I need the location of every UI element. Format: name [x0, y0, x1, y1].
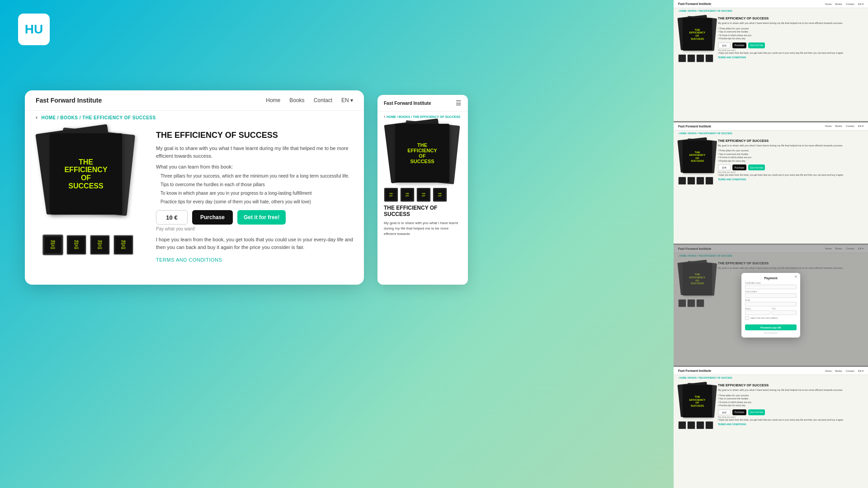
mini-thumb-item-4a[interactable]	[678, 421, 686, 429]
mini-thumb-item-4b[interactable]	[687, 421, 695, 429]
mini-terms-4[interactable]: TERMS AND CONDITIONS	[718, 423, 863, 426]
mini-thumb-item-2d[interactable]	[705, 177, 713, 185]
book-stack: THEEFFICIENCYOFSUCCESS	[36, 129, 127, 219]
thumbnail-2[interactable]: THEEFFOFSUC	[66, 235, 87, 255]
modal-label-email: Email	[745, 299, 797, 301]
terms-link[interactable]: TERMS AND CONDITIONS	[156, 257, 222, 263]
thumb-inner-4: THEEFFOFSUC	[115, 237, 132, 253]
mobile-breadcrumb-text: HOME / BOOKS / THE EFFICIENCY OF SUCCESS	[387, 115, 460, 118]
mini-brand-2: Fast Forward Institute	[678, 125, 711, 128]
thumbnail-1[interactable]: THEEFFOFSUC	[42, 235, 63, 255]
mini-content-4: THEEFFICIENCYOFSUCCESS THE EFFICIENCY OF…	[674, 380, 868, 432]
modal-close-button[interactable]: ✕	[794, 275, 797, 279]
mobile-thumb-4[interactable]: THEEFF	[433, 188, 447, 202]
modal-input-expiry[interactable]	[745, 310, 770, 315]
payment-modal-overlay[interactable]: Payment ✕ Cardholder name Card number Em…	[674, 245, 868, 366]
mini-nav-lang-4[interactable]: EN ▾	[858, 370, 863, 372]
price-input[interactable]	[156, 210, 188, 225]
mini-product-title-1: THE EFFICIENCY OF SUCCESS	[718, 16, 863, 20]
mini-thumb-item-2c[interactable]	[696, 177, 704, 185]
modal-input-cvv[interactable]	[772, 310, 797, 315]
mini-nav-home-2[interactable]: Home	[825, 125, 832, 127]
mini-nav-books-2[interactable]: Books	[835, 125, 842, 127]
nav-language[interactable]: EN ▾	[341, 97, 353, 103]
mini-terms-2[interactable]: TERMS AND CONDITIONS	[718, 178, 863, 181]
mini-nav-home-4[interactable]: Home	[825, 370, 832, 372]
mini-nav-contact-4[interactable]: Contact	[846, 370, 854, 372]
mini-purchase-btn-4[interactable]: Purchase	[732, 409, 746, 415]
mini-thumb-item-4c[interactable]	[696, 421, 704, 429]
book-thumbnails: THEEFFOFSUC THEEFFOFSUC THEEFFOFSUC THEE…	[42, 235, 134, 255]
modal-terms-checkbox[interactable]	[745, 316, 749, 320]
thumb-title-4: THEEFFOFSUC	[121, 240, 126, 249]
mini-free-btn-2[interactable]: Get it for free	[748, 164, 765, 170]
hamburger-icon[interactable]: ☰	[456, 99, 462, 107]
modal-footer: Proceed to pay 10€ Secured payment	[745, 322, 797, 334]
mini-thumb-item-2a[interactable]	[678, 177, 686, 185]
mini-nav-books-4[interactable]: Books	[835, 370, 842, 372]
purchase-button[interactable]: Purchase	[192, 210, 233, 225]
modal-input-name[interactable]	[745, 285, 797, 289]
back-arrow[interactable]: ‹	[36, 114, 38, 121]
payment-modal: Payment ✕ Cardholder name Card number Em…	[741, 273, 800, 338]
mobile-thumb-3[interactable]: THEEFF	[416, 188, 431, 202]
mini-terms-1[interactable]: TERMS AND CONDITIONS	[718, 56, 863, 59]
mini-nav-contact-2[interactable]: Contact	[846, 125, 854, 127]
mobile-back-arrow[interactable]: ‹	[384, 114, 385, 119]
mini-breadcrumb-2: ‹ HOME / BOOKS / THE EFFICIENCY OF SUCCE…	[674, 131, 868, 136]
mini-text-col-2: THE EFFICIENCY OF SUCCESS My goal is to …	[718, 139, 863, 185]
mini-thumb-item-1a[interactable]	[678, 54, 686, 62]
mini-breadcrumb-4: ‹ HOME / BOOKS / THE EFFICIENCY OF SUCCE…	[674, 375, 868, 380]
nav-contact[interactable]: Contact	[314, 97, 332, 103]
mini-nav-home-1[interactable]: Home	[825, 3, 832, 5]
mini-nav-lang-2[interactable]: EN ▾	[858, 125, 863, 127]
mini-price-4[interactable]: 10 €	[718, 409, 731, 415]
mini-purchase-btn-2[interactable]: Purchase	[732, 164, 746, 170]
mini-text-col-1: THE EFFICIENCY OF SUCCESS My goal is to …	[718, 16, 863, 62]
nav-home[interactable]: Home	[266, 97, 280, 103]
mini-thumb-item-1c[interactable]	[696, 54, 704, 62]
mini-free-btn-1[interactable]: Get it for free	[748, 42, 765, 48]
mini-thumb-item-2b[interactable]	[687, 177, 695, 185]
modal-pay-button[interactable]: Proceed to pay 10€	[745, 324, 797, 330]
mini-nav-books-1[interactable]: Books	[835, 3, 842, 5]
modal-input-email[interactable]	[745, 302, 797, 306]
book-cover-front: THEEFFICIENCYOFSUCCESS	[50, 133, 122, 215]
nav-books[interactable]: Books	[289, 97, 304, 103]
mini-book-col-2: THEEFFICIENCYOFSUCCESS	[678, 139, 714, 185]
mini-thumbs-4	[678, 421, 714, 429]
mobile-description: My goal is to share with you what I have…	[377, 221, 468, 237]
product-info: THE EFFICIENCY OF SUCCESS My goal is to …	[156, 129, 353, 278]
mini-hope-1: I hope you learn from the book, you get …	[718, 52, 863, 55]
breadcrumb-text: HOME / BOOKS / THE EFFICIENCY OF SUCCESS	[42, 115, 156, 120]
mini-price-1[interactable]: 10 €	[718, 42, 731, 48]
modal-field-expiry: Expiry	[745, 308, 770, 315]
thumbnail-3[interactable]: THEEFFOFSUC	[90, 235, 110, 255]
modal-field-name: Cardholder name	[745, 282, 797, 289]
mini-thumb-item-1d[interactable]	[705, 54, 713, 62]
mobile-thumb-2[interactable]: THEEFF	[400, 188, 415, 202]
product-title: THE EFFICIENCY OF SUCCESS	[156, 131, 353, 140]
thumbnail-4[interactable]: THEEFFOFSUC	[113, 235, 134, 255]
mini-content-2: THEEFFICIENCYOFSUCCESS THE EFFICIENCY OF…	[674, 136, 868, 188]
get-free-button[interactable]: Get it for free!	[237, 210, 286, 225]
mini-nav-lang-1[interactable]: EN ▾	[858, 3, 863, 5]
mini-nav-links-2: Home Books Contact EN ▾	[825, 125, 863, 127]
mini-nav-contact-1[interactable]: Contact	[846, 3, 854, 5]
mini-purchase-btn-1[interactable]: Purchase	[732, 42, 746, 48]
mobile-nav: Fast Forward Institute ☰	[377, 95, 468, 112]
breadcrumb: ‹ HOME / BOOKS / THE EFFICIENCY OF SUCCE…	[25, 111, 364, 124]
mini-price-2[interactable]: 10 €	[718, 164, 731, 170]
modal-checkbox-row: I agree to the terms and conditions	[745, 316, 797, 320]
mini-free-btn-4[interactable]: Get it for free	[748, 409, 765, 415]
mobile-thumb-1[interactable]: THEEFF	[384, 188, 398, 202]
mini-nav-1: Fast Forward Institute Home Books Contac…	[674, 0, 868, 8]
mobile-thumbnails: THEEFF THEEFF THEEFF THEEFF	[377, 188, 468, 202]
mini-book-img-2: THEEFFICIENCYOFSUCCESS	[678, 139, 714, 175]
mini-book-cover-2: THEEFFICIENCYOFSUCCESS	[683, 141, 712, 173]
mini-thumb-item-4d[interactable]	[705, 421, 713, 429]
thumb-title-2: THEEFFOFSUC	[74, 240, 79, 249]
mini-thumb-item-1b[interactable]	[687, 54, 695, 62]
modal-card-row: Expiry CVV	[745, 308, 797, 316]
modal-input-card[interactable]	[745, 293, 797, 298]
